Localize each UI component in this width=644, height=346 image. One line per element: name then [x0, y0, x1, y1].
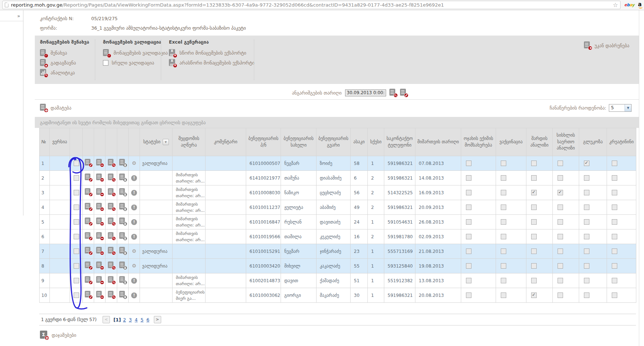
column-header[interactable]: სტატუსი▼	[140, 128, 173, 156]
edit-row-button[interactable]	[85, 232, 92, 240]
amazon-bookmark-icon[interactable]: a	[638, 2, 642, 8]
view-row-button[interactable]	[108, 159, 115, 167]
family-doctor-checkbox[interactable]	[466, 234, 471, 239]
family-doctor-checkbox[interactable]	[466, 249, 471, 254]
column-header[interactable]: შეცდომის აღწერა	[173, 128, 206, 156]
creatinine-checkbox[interactable]	[612, 219, 617, 225]
page-link-4[interactable]: 4	[135, 317, 138, 323]
menu-row-button[interactable]	[119, 203, 126, 211]
menu-row-button[interactable]	[119, 218, 126, 225]
page-link-5[interactable]: 5	[141, 317, 144, 323]
delete-row-button[interactable]	[96, 276, 103, 284]
urine-test-checkbox[interactable]	[531, 278, 537, 283]
urine-test-checkbox[interactable]	[531, 219, 537, 225]
report-date-input[interactable]	[345, 89, 386, 96]
delete-row-button[interactable]	[96, 232, 103, 240]
creatinine-checkbox[interactable]	[612, 292, 617, 298]
creatinine-checkbox[interactable]	[612, 175, 617, 181]
menu-row-button[interactable]	[119, 247, 126, 255]
page-link-3[interactable]: 3	[129, 317, 132, 323]
vaccination-checkbox[interactable]	[501, 219, 506, 225]
next-page-button[interactable]: >	[154, 316, 161, 323]
edit-row-button[interactable]	[85, 159, 92, 167]
vaccination-checkbox[interactable]	[501, 205, 506, 210]
row-select-checkbox[interactable]	[74, 219, 79, 225]
row-select-checkbox[interactable]	[74, 190, 79, 195]
blood-test-checkbox[interactable]	[558, 278, 563, 283]
vaccination-checkbox[interactable]	[501, 190, 506, 195]
vaccination-checkbox[interactable]	[501, 249, 506, 254]
date-picker-button[interactable]	[389, 89, 397, 97]
bookmark-star-icon[interactable]: ☆	[613, 2, 618, 8]
column-header[interactable]: მიმართვის თარიღი	[415, 128, 461, 156]
view-row-button[interactable]	[108, 291, 115, 299]
glucose-checkbox[interactable]	[584, 292, 589, 298]
blood-test-checkbox[interactable]	[558, 292, 563, 298]
blood-test-checkbox[interactable]	[558, 234, 563, 239]
creatinine-checkbox[interactable]	[612, 205, 617, 210]
glucose-checkbox[interactable]	[584, 249, 589, 254]
column-header[interactable]: ვაქცინაცია	[496, 128, 526, 156]
family-doctor-checkbox[interactable]	[466, 161, 471, 166]
glucose-checkbox[interactable]	[584, 219, 589, 225]
delete-row-button[interactable]	[96, 159, 103, 167]
view-row-button[interactable]	[108, 203, 115, 211]
date-edit-button[interactable]	[400, 89, 407, 97]
family-doctor-checkbox[interactable]	[466, 219, 471, 225]
view-row-button[interactable]	[108, 218, 115, 225]
urine-test-checkbox[interactable]	[531, 249, 537, 254]
save-button[interactable]: ✓შენახვა	[40, 48, 89, 58]
glucose-checkbox[interactable]	[584, 190, 589, 195]
creatinine-checkbox[interactable]	[612, 278, 617, 283]
analytics-button[interactable]: ანალიტიკა	[40, 68, 89, 78]
family-doctor-checkbox[interactable]	[466, 205, 471, 210]
column-header[interactable]: სქესი	[368, 128, 384, 156]
vaccination-checkbox[interactable]	[501, 234, 506, 239]
blood-test-checkbox[interactable]	[558, 161, 563, 166]
excel-export-invalid-button[interactable]: Xარასწორი მონაცემების ექსპორტი	[169, 58, 255, 68]
column-header[interactable]: ასაკი	[351, 128, 368, 156]
delete-row-button[interactable]	[96, 247, 103, 255]
glucose-checkbox[interactable]	[584, 205, 589, 210]
urine-test-checkbox[interactable]	[531, 205, 537, 210]
column-header[interactable]: ბენეფიციარის სახელი	[281, 128, 317, 156]
validate-data-button[interactable]: ✓ მონაცემების ვალიდაცია	[103, 48, 168, 58]
edit-row-button[interactable]	[85, 218, 92, 225]
family-doctor-checkbox[interactable]	[466, 175, 471, 181]
menu-row-button[interactable]	[119, 262, 126, 269]
totals-button[interactable]: Σ	[40, 331, 48, 339]
family-doctor-checkbox[interactable]	[466, 190, 471, 195]
delete-row-button[interactable]	[96, 203, 103, 211]
menu-row-button[interactable]	[119, 159, 126, 167]
add-record-button[interactable]: დამატება	[40, 104, 71, 112]
blood-test-checkbox[interactable]	[558, 205, 563, 210]
column-header[interactable]: №	[40, 128, 50, 156]
view-row-button[interactable]	[108, 188, 115, 196]
delete-row-button[interactable]	[96, 218, 103, 225]
creatinine-checkbox[interactable]	[612, 249, 617, 254]
column-header[interactable]: ბენეფიციარის პ/ნ	[246, 128, 281, 156]
urine-test-checkbox[interactable]	[531, 234, 537, 239]
blood-test-checkbox[interactable]: ✓	[558, 190, 563, 195]
family-doctor-checkbox[interactable]	[466, 263, 471, 269]
creatinine-checkbox[interactable]	[612, 190, 617, 195]
family-doctor-checkbox[interactable]	[466, 278, 471, 283]
row-select-checkbox[interactable]	[74, 278, 79, 283]
glucose-checkbox[interactable]	[584, 234, 589, 239]
edit-row-button[interactable]	[85, 247, 92, 255]
view-row-button[interactable]	[108, 174, 115, 181]
view-row-button[interactable]	[108, 247, 115, 255]
edit-row-button[interactable]	[85, 262, 92, 269]
glucose-checkbox[interactable]: ✓	[584, 161, 589, 166]
row-select-checkbox[interactable]	[74, 263, 79, 269]
urine-test-checkbox[interactable]	[531, 263, 537, 269]
view-row-button[interactable]	[108, 276, 115, 284]
blood-test-checkbox[interactable]	[558, 249, 563, 254]
address-bar[interactable]: reporting.moh.gov.ge/Reporting/Pages/Dat…	[2, 1, 621, 9]
menu-row-button[interactable]	[119, 276, 126, 284]
menu-row-button[interactable]	[119, 188, 126, 196]
prev-page-button[interactable]: <	[103, 316, 110, 323]
glucose-checkbox[interactable]	[584, 175, 589, 181]
row-select-checkbox[interactable]	[74, 249, 79, 254]
column-header[interactable]: ბენეფიციარის გვარი	[317, 128, 351, 156]
